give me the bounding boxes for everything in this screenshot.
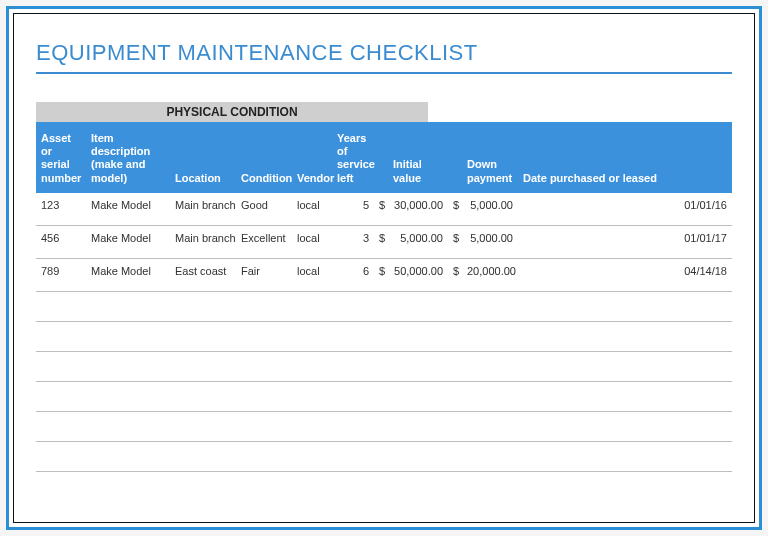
header-condition: Condition xyxy=(236,122,292,193)
cell-initial: 30,000.00 xyxy=(388,193,448,226)
header-location: Location xyxy=(170,122,236,193)
empty-cell xyxy=(36,411,732,441)
header-item: Item description (make and model) xyxy=(86,122,170,193)
cell-condition: Fair xyxy=(236,258,292,291)
table-row: 123Make ModelMain branchGoodlocal5$30,00… xyxy=(36,193,732,226)
header-date: Date purchased or leased xyxy=(518,122,732,193)
cell-item: Make Model xyxy=(86,225,170,258)
cell-vendor: local xyxy=(292,225,332,258)
table-row-empty xyxy=(36,381,732,411)
table-row-empty xyxy=(36,321,732,351)
cell-date: 01/01/16 xyxy=(518,193,732,226)
inner-frame: EQUIPMENT MAINTENANCE CHECKLIST PHYSICAL… xyxy=(13,13,755,523)
cell-down: 5,000.00 xyxy=(462,193,518,226)
header-down: Down payment xyxy=(462,122,518,193)
section-label: PHYSICAL CONDITION xyxy=(36,102,428,122)
cell-init-sym: $ xyxy=(374,225,388,258)
cell-down-sym: $ xyxy=(448,225,462,258)
cell-location: Main branch xyxy=(170,193,236,226)
cell-initial: 5,000.00 xyxy=(388,225,448,258)
empty-cell xyxy=(36,321,732,351)
cell-item: Make Model xyxy=(86,193,170,226)
cell-vendor: local xyxy=(292,258,332,291)
cell-init-sym: $ xyxy=(374,258,388,291)
cell-down-sym: $ xyxy=(448,258,462,291)
cell-years: 5 xyxy=(332,193,374,226)
empty-cell xyxy=(36,351,732,381)
header-years: Years of service left xyxy=(332,122,374,193)
empty-cell xyxy=(36,381,732,411)
empty-cell xyxy=(36,291,732,321)
cell-init-sym: $ xyxy=(374,193,388,226)
cell-condition: Good xyxy=(236,193,292,226)
cell-down: 5,000.00 xyxy=(462,225,518,258)
table-row: 456Make ModelMain branchExcellentlocal3$… xyxy=(36,225,732,258)
header-vendor: Vendor xyxy=(292,122,332,193)
cell-years: 6 xyxy=(332,258,374,291)
title-underline xyxy=(36,72,732,74)
table-header-row: Asset or serial number Item description … xyxy=(36,122,732,193)
table-row-empty xyxy=(36,411,732,441)
header-initsym xyxy=(374,122,388,193)
cell-date: 01/01/17 xyxy=(518,225,732,258)
cell-initial: 50,000.00 xyxy=(388,258,448,291)
page-title: EQUIPMENT MAINTENANCE CHECKLIST xyxy=(36,40,732,66)
header-downsym xyxy=(448,122,462,193)
cell-asset: 123 xyxy=(36,193,86,226)
header-asset: Asset or serial number xyxy=(36,122,86,193)
section-bar-row: PHYSICAL CONDITION xyxy=(36,102,732,122)
table-row-empty xyxy=(36,351,732,381)
cell-years: 3 xyxy=(332,225,374,258)
table-body: 123Make ModelMain branchGoodlocal5$30,00… xyxy=(36,193,732,472)
table-row-empty xyxy=(36,291,732,321)
cell-down-sym: $ xyxy=(448,193,462,226)
cell-asset: 789 xyxy=(36,258,86,291)
cell-vendor: local xyxy=(292,193,332,226)
equipment-table: Asset or serial number Item description … xyxy=(36,122,732,472)
header-initial: Initial value xyxy=(388,122,448,193)
cell-down: 20,000.00 xyxy=(462,258,518,291)
cell-date: 04/14/18 xyxy=(518,258,732,291)
cell-location: East coast xyxy=(170,258,236,291)
cell-asset: 456 xyxy=(36,225,86,258)
cell-item: Make Model xyxy=(86,258,170,291)
table-row-empty xyxy=(36,441,732,471)
table-row: 789Make ModelEast coastFairlocal6$50,000… xyxy=(36,258,732,291)
cell-location: Main branch xyxy=(170,225,236,258)
cell-condition: Excellent xyxy=(236,225,292,258)
empty-cell xyxy=(36,441,732,471)
outer-frame: EQUIPMENT MAINTENANCE CHECKLIST PHYSICAL… xyxy=(6,6,762,530)
